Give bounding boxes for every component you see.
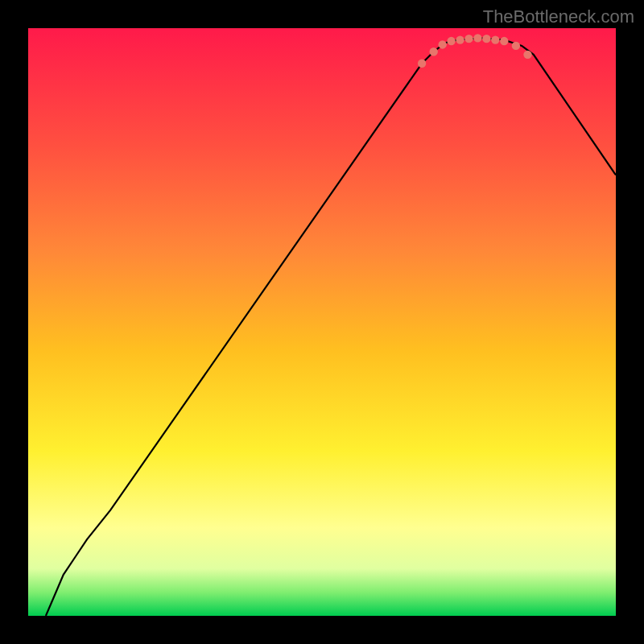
marker-dot: [512, 42, 520, 50]
marker-dot: [456, 35, 464, 43]
marker-dot: [447, 37, 455, 45]
watermark-text: TheBottleneck.com: [483, 6, 634, 27]
marker-dot: [523, 51, 531, 59]
chart-plot-area: [28, 28, 616, 616]
marker-dot: [418, 60, 426, 68]
marker-dot: [430, 47, 438, 56]
marker-dot: [438, 40, 446, 48]
marker-dot: [473, 34, 481, 42]
marker-dot: [482, 35, 490, 43]
marker-dot: [500, 37, 508, 45]
marker-dot: [464, 35, 473, 43]
optimal-markers: [28, 28, 616, 616]
marker-dot: [491, 35, 499, 43]
